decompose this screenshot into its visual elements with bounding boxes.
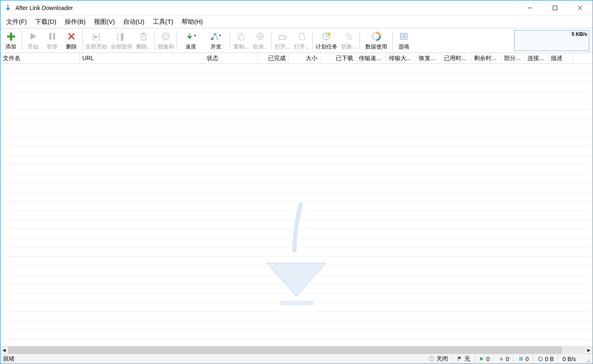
status-flag[interactable]: 无 [452, 354, 474, 364]
pause-button[interactable]: 暂停 [43, 28, 62, 53]
pause-all-button[interactable]: {❚❚ 全部暂停 [109, 28, 134, 53]
play-small-icon [479, 356, 485, 362]
svg-point-13 [164, 35, 167, 38]
menu-auto[interactable]: 自动(U) [119, 16, 149, 28]
concurrent-button[interactable]: 3▼ 并发 [203, 28, 228, 53]
svg-rect-19 [240, 35, 244, 40]
copy-icon [235, 30, 247, 42]
copy-button[interactable]: 复制... [231, 28, 251, 53]
status-bar: 就绪 关闭 无 0 0 0 0 B 0 B/s [0, 354, 593, 364]
table-row [0, 174, 593, 183]
svg-text:{❚❚: {❚❚ [117, 32, 127, 41]
checksum-button[interactable]: 校验和 [156, 28, 175, 53]
flag-icon [457, 356, 463, 362]
table-row [0, 183, 593, 192]
column-header[interactable]: URL [80, 53, 204, 63]
column-header[interactable]: 文件名 [0, 53, 80, 63]
column-header[interactable]: 部分... [502, 53, 525, 63]
table-row [0, 330, 593, 339]
open-folder-button[interactable]: 打开... [273, 28, 292, 53]
column-header[interactable]: 传输速... [356, 53, 386, 63]
column-header[interactable]: 状态 [204, 53, 258, 63]
table-row [0, 238, 593, 248]
schedule-button[interactable]: 计划任务 [314, 28, 339, 53]
table-row [0, 211, 593, 220]
svg-text:{▸}: {▸} [92, 32, 101, 40]
ring-small-icon [537, 356, 543, 362]
table-row [0, 202, 593, 211]
status-speed: 0 B/s [558, 354, 580, 364]
table-row [0, 110, 593, 119]
table-row [0, 220, 593, 229]
table-row [0, 119, 593, 128]
table-row [0, 91, 593, 101]
menu-action[interactable]: 操作(B) [61, 16, 90, 28]
column-header[interactable]: 剩余时... [471, 53, 502, 63]
trash-icon [138, 30, 150, 42]
status-timer[interactable]: 关闭 [425, 354, 452, 364]
menu-help[interactable]: 帮助(H) [177, 16, 207, 28]
close-button[interactable] [568, 0, 593, 15]
svg-rect-5 [7, 35, 15, 38]
scroll-left-icon[interactable]: ◄ [0, 346, 8, 354]
fingerprint-icon [160, 30, 172, 42]
table-row [0, 229, 593, 238]
data-usage-button[interactable]: 数据使用 [361, 28, 391, 53]
maximize-button[interactable] [542, 0, 568, 15]
menu-download[interactable]: 下载(D) [31, 16, 61, 28]
svg-point-37 [589, 361, 590, 362]
column-header[interactable]: 已完成 [258, 53, 289, 63]
status-data-total: 0 B [533, 354, 558, 364]
toolbar: 添加 开始 暂停 删除 {▸} 全部开始 {❚❚ 全部暂停 删除... 校验和 … [0, 28, 593, 53]
speed-graph-panel[interactable]: 5 KB/s [514, 30, 589, 51]
pause-icon [46, 30, 58, 42]
menu-bar: 文件(F) 下载(D) 操作(B) 视图(V) 自动(U) 工具(T) 帮助(H… [0, 15, 593, 28]
clock-small-icon [429, 356, 435, 362]
column-header[interactable]: 已用时... [441, 53, 471, 63]
menu-view[interactable]: 视图(V) [90, 16, 119, 28]
svg-point-24 [327, 33, 331, 36]
table-row [0, 312, 593, 321]
table-row [0, 284, 593, 293]
column-header[interactable]: 大小 [289, 53, 320, 63]
open-browser-button[interactable]: 在浏... [251, 28, 270, 53]
options-button[interactable]: 选项 [394, 28, 413, 53]
svg-rect-34 [520, 357, 521, 361]
add-button[interactable]: 添加 [1, 28, 20, 53]
scroll-track[interactable] [8, 346, 585, 354]
column-header[interactable]: 描述 [548, 53, 573, 63]
scroll-thumb[interactable] [8, 346, 562, 354]
table-row [0, 82, 593, 91]
table-row [0, 257, 593, 266]
file-icon [296, 30, 307, 42]
resize-grip-icon[interactable] [583, 355, 590, 363]
minimize-button[interactable] [517, 0, 542, 15]
table-row [0, 339, 593, 346]
delete-button[interactable]: 删除 [62, 28, 81, 53]
title-bar: After Link Downloader [0, 0, 593, 15]
delete-more-button[interactable]: 删除... [134, 28, 153, 53]
column-header[interactable]: 恢复... [416, 53, 441, 63]
svg-rect-35 [521, 357, 522, 361]
menu-file[interactable]: 文件(F) [2, 16, 31, 28]
speed-button[interactable]: ▼ 速度 [178, 28, 203, 53]
status-ready: 就绪 [3, 355, 15, 363]
table-row [0, 275, 593, 284]
switch-button[interactable]: 切换... [339, 28, 358, 53]
down-small-icon [498, 356, 504, 362]
column-header[interactable]: 已下载 [320, 53, 356, 63]
table-row [0, 128, 593, 137]
scroll-right-icon[interactable]: ► [585, 346, 593, 354]
table-row [0, 137, 593, 147]
open-file-button[interactable]: 打开... [292, 28, 311, 53]
table-body[interactable] [0, 64, 593, 346]
start-all-button[interactable]: {▸} 全部开始 [84, 28, 109, 53]
menu-tools[interactable]: 工具(T) [149, 16, 177, 28]
start-button[interactable]: 开始 [23, 28, 43, 53]
status-pause-count: 0 [513, 354, 533, 364]
horizontal-scrollbar[interactable]: ◄ ► [0, 346, 593, 354]
play-icon [27, 30, 39, 42]
column-header[interactable]: 传输大... [386, 53, 416, 63]
play-all-icon: {▸} [91, 30, 102, 42]
column-header[interactable]: 连接... [525, 53, 548, 63]
